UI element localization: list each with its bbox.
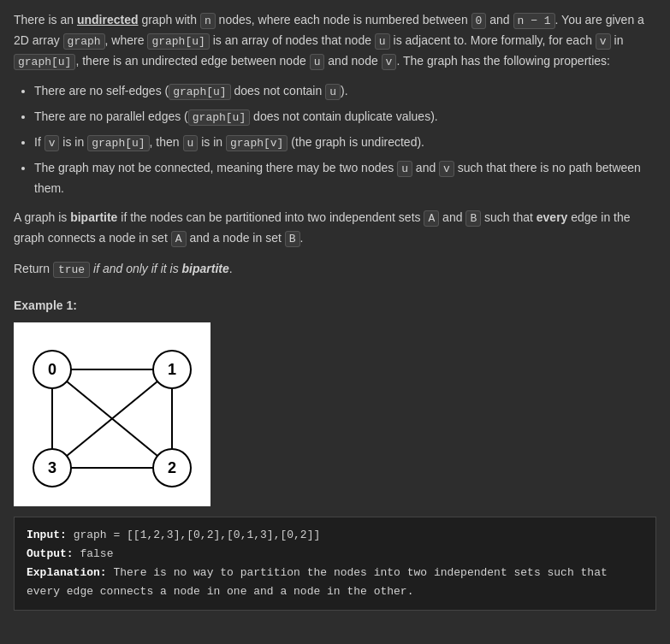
graph-u-code-1: graph[u]: [147, 33, 209, 50]
explanation-line: Explanation: There is no way to partitio…: [27, 564, 643, 601]
problem-description: There is an undirected graph with n node…: [14, 10, 656, 611]
bipartite-bold: bipartite: [70, 210, 117, 224]
property-2: There are no parallel edges (graph[u] do…: [34, 107, 656, 127]
properties-list: There are no self-edges (graph[u] does n…: [34, 81, 656, 198]
input-value: graph = [[1,2,3],[0,2],[0,1,3],[0,2]]: [74, 529, 321, 541]
true-code: true: [53, 262, 90, 278]
property-1: There are no self-edges (graph[u] does n…: [34, 81, 656, 102]
u-code-1: u: [375, 33, 390, 50]
v-code-3: v: [44, 135, 60, 151]
v-code-1: v: [596, 33, 611, 50]
property-3: If v is in graph[u], then u is in graph[…: [34, 133, 656, 153]
output-value: false: [80, 547, 113, 560]
graph-u-code-2: graph[u]: [14, 54, 75, 70]
graph-u-code-3: graph[u]: [169, 84, 230, 100]
input-label: Input:: [27, 529, 67, 541]
bipartite-definition: A graph is bipartite if the nodes can be…: [14, 208, 656, 249]
svg-text:2: 2: [168, 459, 176, 476]
B-code-2: B: [285, 231, 300, 247]
svg-text:0: 0: [48, 361, 56, 378]
v-code-2: v: [382, 54, 397, 70]
explanation-value: There is no way to partition the nodes i…: [27, 566, 608, 598]
every-bold: every: [537, 210, 568, 224]
io-box: Input: graph = [[1,2,3],[0,2],[0,1,3],[0…: [14, 517, 656, 611]
n-minus-one-code: n − 1: [513, 13, 555, 29]
property-4: The graph may not be connected, meaning …: [34, 158, 656, 198]
graph-svg: 0 1 2 3: [14, 322, 210, 506]
input-line: Input: graph = [[1,2,3],[0,2],[0,1,3],[0…: [27, 526, 643, 545]
graph-u-code-4: graph[u]: [188, 109, 250, 126]
example-1-section: Example 1: 0: [14, 296, 656, 611]
graph-v-code-1: graph[v]: [226, 135, 288, 151]
B-code: B: [465, 210, 481, 227]
bipartite-italic-bold: bipartite: [182, 262, 229, 275]
u-code-5: u: [397, 161, 412, 177]
graph-u-code-5: graph[u]: [87, 135, 149, 151]
output-line: Output: false: [27, 545, 643, 564]
svg-text:3: 3: [48, 459, 56, 476]
u-code-3: u: [325, 84, 341, 100]
undirected-emphasis: undirected: [77, 13, 139, 27]
output-label: Output:: [27, 547, 74, 560]
u-code-2: u: [310, 54, 325, 70]
if-and-only-italic: if and only if it is bipartite: [93, 262, 229, 275]
return-statement: Return true if and only if it is biparti…: [14, 259, 656, 280]
zero-code: 0: [471, 13, 487, 29]
A-code-2: A: [171, 231, 187, 247]
A-code: A: [424, 210, 439, 227]
svg-text:1: 1: [168, 361, 176, 378]
explanation-label: Explanation:: [27, 566, 107, 579]
u-code-4: u: [183, 135, 199, 151]
example-1-title: Example 1:: [14, 296, 656, 315]
v-code-4: v: [439, 161, 454, 177]
graph-diagram: 0 1 2 3: [14, 322, 210, 506]
intro-paragraph: There is an undirected graph with n node…: [14, 10, 656, 71]
graph-code-1: graph: [63, 33, 105, 50]
n-code: n: [200, 13, 216, 29]
